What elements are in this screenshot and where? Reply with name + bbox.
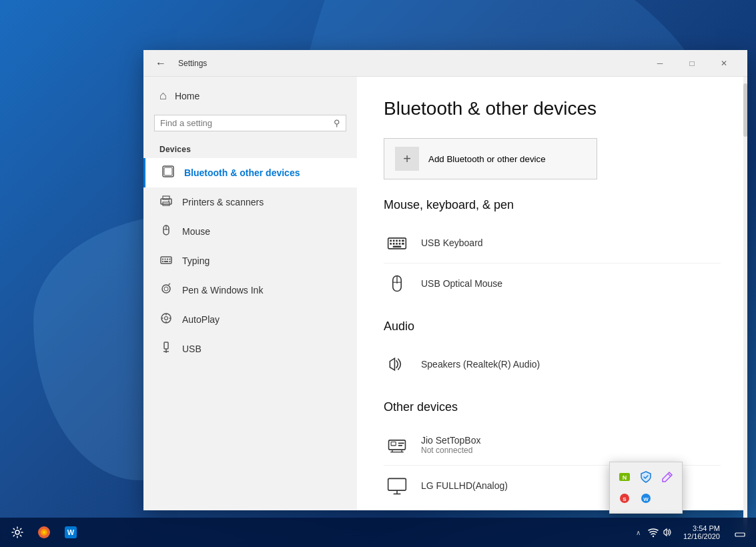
add-bluetooth-device-button[interactable]: + Add Bluetooth or other device bbox=[384, 138, 597, 179]
blue-tray-icon[interactable]: W bbox=[637, 489, 655, 508]
svg-rect-1 bbox=[164, 167, 172, 175]
sidebar-autoplay-label: AutoPlay bbox=[182, 314, 220, 325]
svg-rect-31 bbox=[393, 240, 395, 242]
svg-rect-9 bbox=[161, 257, 171, 263]
svg-rect-70 bbox=[735, 533, 745, 536]
sidebar-printers-label: Printers & scanners bbox=[182, 197, 264, 207]
main-content: Bluetooth & other devices + Add Bluetoot… bbox=[357, 77, 747, 510]
typing-icon bbox=[159, 253, 173, 269]
sidebar-usb-label: USB bbox=[182, 344, 202, 354]
taskbar-app3-icon[interactable]: W bbox=[59, 520, 83, 544]
minimize-button[interactable]: ─ bbox=[645, 50, 675, 77]
sidebar-item-pen[interactable]: Pen & Windows Ink bbox=[143, 276, 357, 305]
usb-mouse-name: USB Optical Mouse bbox=[421, 278, 721, 289]
svg-rect-15 bbox=[164, 261, 168, 262]
settings-window: ← Settings ─ □ ✕ ⌂ Home ⚲ Devices bbox=[143, 50, 747, 510]
usb-keyboard-name: USB Keyboard bbox=[421, 237, 721, 248]
taskbar-app2-icon[interactable] bbox=[32, 520, 56, 544]
home-icon: ⌂ bbox=[159, 89, 167, 103]
svg-text:S: S bbox=[623, 496, 627, 502]
printers-icon bbox=[159, 194, 173, 210]
speakers-info: Speakers (Realtek(R) Audio) bbox=[421, 359, 721, 370]
svg-rect-13 bbox=[169, 259, 171, 260]
title-bar: ← Settings ─ □ ✕ bbox=[143, 50, 747, 77]
svg-rect-10 bbox=[162, 259, 163, 260]
usb-keyboard-item[interactable]: USB Keyboard bbox=[384, 223, 721, 263]
svg-rect-47 bbox=[398, 442, 404, 444]
add-device-label: Add Bluetooth or other device bbox=[428, 154, 546, 164]
speakers-name: Speakers (Realtek(R) Audio) bbox=[421, 359, 721, 370]
audio-section: Audio Speakers (Realtek(R) Audio) bbox=[384, 320, 721, 384]
search-input[interactable] bbox=[160, 118, 328, 128]
shield-tray-icon[interactable] bbox=[637, 468, 655, 486]
svg-marker-69 bbox=[664, 529, 667, 536]
sidebar-item-bluetooth[interactable]: Bluetooth & other devices bbox=[143, 158, 357, 187]
svg-line-19 bbox=[169, 284, 171, 285]
taskbar: W ∧ 3:54 PM bbox=[0, 518, 756, 547]
sidebar-item-usb[interactable]: USB bbox=[143, 334, 357, 364]
sidebar-bluetooth-label: Bluetooth & other devices bbox=[184, 167, 300, 178]
svg-rect-52 bbox=[388, 478, 406, 490]
svg-point-17 bbox=[162, 285, 170, 293]
svg-rect-11 bbox=[165, 259, 166, 260]
tray-popup: N S W bbox=[609, 462, 683, 514]
svg-text:W: W bbox=[643, 496, 649, 502]
sidebar-pen-label: Pen & Windows Ink bbox=[182, 285, 263, 296]
svg-point-18 bbox=[164, 287, 168, 291]
usb-mouse-info: USB Optical Mouse bbox=[421, 278, 721, 289]
notification-button[interactable] bbox=[729, 520, 751, 544]
search-box[interactable]: ⚲ bbox=[154, 115, 346, 131]
mouse-keyboard-pen-section: Mouse, keyboard, & pen bbox=[384, 198, 721, 304]
svg-marker-44 bbox=[390, 358, 394, 370]
chevron-up-icon[interactable]: ∧ bbox=[633, 526, 645, 538]
mouse-keyboard-section-title: Mouse, keyboard, & pen bbox=[384, 198, 721, 212]
sidebar-item-mouse[interactable]: Mouse bbox=[143, 217, 357, 246]
taskbar-left: W bbox=[5, 520, 633, 544]
close-button[interactable]: ✕ bbox=[709, 50, 739, 77]
sidebar-item-autoplay[interactable]: AutoPlay bbox=[143, 305, 357, 334]
mouse-nav-icon bbox=[159, 223, 173, 239]
sidebar-mouse-label: Mouse bbox=[182, 226, 210, 237]
svg-rect-37 bbox=[393, 245, 401, 247]
taskbar-settings-icon[interactable] bbox=[5, 520, 29, 544]
monitor-device-icon bbox=[384, 472, 410, 499]
window-title: Settings bbox=[178, 59, 207, 68]
audio-section-title: Audio bbox=[384, 320, 721, 334]
usb-mouse-item[interactable]: USB Optical Mouse bbox=[384, 263, 721, 304]
sidebar: ⌂ Home ⚲ Devices Bluetooth & other devic… bbox=[143, 77, 357, 510]
title-bar-left: ← Settings bbox=[151, 54, 645, 73]
scroll-thumb[interactable] bbox=[743, 83, 747, 137]
svg-rect-38 bbox=[396, 243, 398, 245]
maximize-button[interactable]: □ bbox=[677, 50, 707, 77]
svg-rect-33 bbox=[399, 240, 401, 242]
jio-settopbox-item[interactable]: Jio SetTopBox Not connected bbox=[384, 425, 721, 466]
sidebar-item-typing[interactable]: Typing bbox=[143, 246, 357, 276]
nvidia-tray-icon[interactable]: N bbox=[615, 468, 634, 486]
home-label: Home bbox=[175, 91, 200, 101]
clock[interactable]: 3:54 PM 12/16/2020 bbox=[679, 523, 724, 542]
sidebar-item-printers[interactable]: Printers & scanners bbox=[143, 187, 357, 217]
svg-point-68 bbox=[653, 536, 654, 537]
clock-time: 3:54 PM bbox=[683, 524, 720, 532]
settopbox-status: Not connected bbox=[421, 446, 721, 455]
pen-tray-icon[interactable] bbox=[658, 468, 677, 486]
volume-icon[interactable] bbox=[662, 526, 674, 538]
svg-point-65 bbox=[43, 531, 45, 534]
speakers-item[interactable]: Speakers (Realtek(R) Audio) bbox=[384, 344, 721, 384]
svg-rect-35 bbox=[390, 243, 392, 245]
sidebar-item-home[interactable]: ⌂ Home bbox=[143, 82, 357, 109]
page-title: Bluetooth & other devices bbox=[384, 98, 721, 119]
red-tray-icon[interactable]: S bbox=[615, 489, 634, 508]
back-button[interactable]: ← bbox=[151, 54, 170, 73]
speaker-device-icon bbox=[384, 351, 410, 378]
clock-date: 12/16/2020 bbox=[683, 532, 720, 540]
add-plus-icon: + bbox=[395, 147, 419, 171]
usb-keyboard-info: USB Keyboard bbox=[421, 237, 721, 248]
scrollbar[interactable] bbox=[743, 77, 747, 510]
svg-rect-26 bbox=[164, 342, 168, 349]
svg-rect-12 bbox=[167, 259, 168, 260]
pen-icon bbox=[159, 282, 173, 298]
svg-rect-34 bbox=[402, 240, 404, 242]
network-icon[interactable] bbox=[647, 526, 659, 538]
svg-rect-36 bbox=[393, 243, 395, 245]
